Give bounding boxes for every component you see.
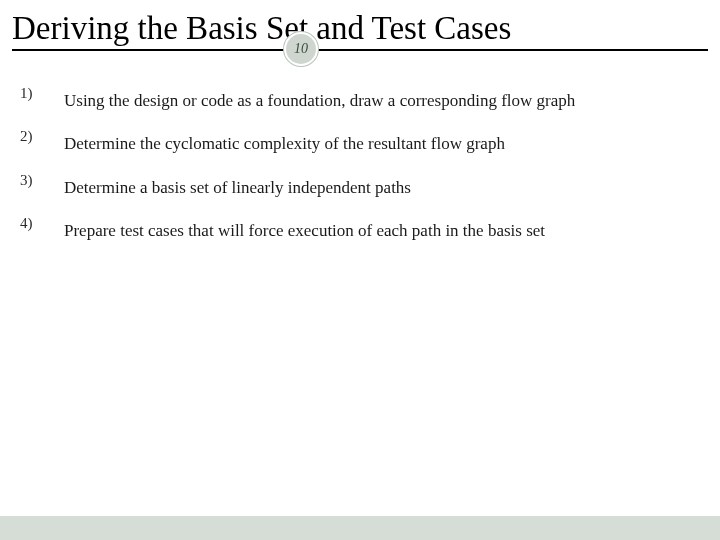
- slide-body: [0, 0, 720, 516]
- list-item: 4) Prepare test cases that will force ex…: [20, 212, 692, 249]
- list-item: 3) Determine a basis set of linearly ind…: [20, 169, 692, 206]
- footer-band: [0, 516, 720, 540]
- slide-number: 10: [294, 41, 308, 57]
- slide: Deriving the Basis Set and Test Cases 10…: [0, 0, 720, 540]
- list-item-text: Using the design or code as a foundation…: [64, 82, 692, 119]
- list-item-number: 3): [20, 169, 64, 189]
- list-item: 2) Determine the cyclomatic complexity o…: [20, 125, 692, 162]
- list-item-number: 2): [20, 125, 64, 145]
- list-item-text: Determine the cyclomatic complexity of t…: [64, 125, 692, 162]
- list-item-text: Prepare test cases that will force execu…: [64, 212, 692, 249]
- ordered-list: 1) Using the design or code as a foundat…: [20, 82, 692, 256]
- slide-number-badge: 10: [284, 32, 318, 66]
- list-item-number: 4): [20, 212, 64, 232]
- list-item-text: Determine a basis set of linearly indepe…: [64, 169, 692, 206]
- list-item: 1) Using the design or code as a foundat…: [20, 82, 692, 119]
- list-item-number: 1): [20, 82, 64, 102]
- slide-title: Deriving the Basis Set and Test Cases: [12, 10, 708, 51]
